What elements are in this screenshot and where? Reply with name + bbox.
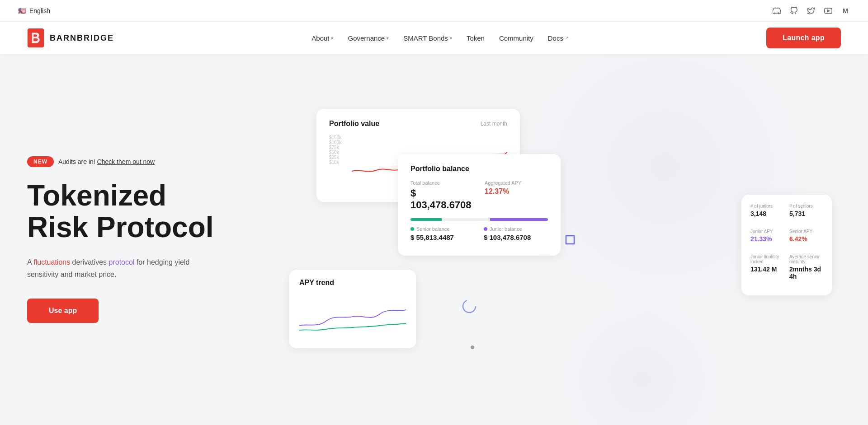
senior-progress [410,218,442,221]
y-label-75k: $75k [329,145,348,150]
svg-marker-0 [827,9,829,12]
nav-about-label: About [311,34,329,42]
junior-apy-value: 21.33% [750,235,784,243]
senior-apy-value: 6.42% [789,235,823,243]
aggregated-apy-col: Aggregated APY 12.37% [485,180,548,211]
hero-section: NEW Audits are in! Check them out now To… [0,54,868,425]
total-balance-value: $ 103,478.6708 [410,187,474,211]
junior-progress [490,218,548,221]
junior-liquidity-value: 131.42 M [750,266,784,273]
chevron-down-icon: ▾ [331,36,333,41]
hero-title-line1: Tokenized [27,179,166,212]
nav-governance[interactable]: Governance ▾ [348,34,389,42]
desc-middle: derivatives [70,258,108,266]
junior-liquidity-stat: Junior liquidity locked 131.42 M [750,254,784,280]
announcement-badge: NEW Audits are in! Check them out now [27,156,289,167]
nav-token[interactable]: Token [467,34,485,42]
num-seniors-value: 5,731 [789,210,823,217]
use-app-button[interactable]: Use app [27,299,99,323]
portfolio-balance-card: Portfolio balance Total balance $ 103,47… [398,154,561,256]
logo[interactable]: BARNBRIDGE [27,28,114,47]
junior-liquidity-label: Junior liquidity locked [750,254,784,264]
portfolio-value-period: Last month [481,121,507,127]
y-label-10k: $10k [329,160,348,165]
junior-balance-value: $ 103,478.6708 [484,234,548,241]
senior-balance-col: Senior balance $ 55,813.4487 [410,226,475,241]
apy-chart [299,294,406,339]
senior-apy-label: Senior APY [789,229,823,234]
apy-trend-title: APY trend [299,279,334,287]
aggregated-apy-value: 12.37% [485,187,548,196]
balance-totals: Total balance $ 103,478.6708 Aggregated … [410,180,548,211]
desc-prefix: A [27,258,33,266]
topbar: 🇺🇸 English M [0,0,868,22]
senior-apy-stat: Senior APY 6.42% [789,229,823,243]
nav-smart-bonds[interactable]: SMART Bonds ▾ [403,34,452,42]
y-label-150k: $150k [329,135,348,140]
navbar: BARNBRIDGE About ▾ Governance ▾ SMART Bo… [0,22,868,54]
audits-text: Audits are in! [58,158,95,165]
junior-label-text: Junior balance [490,226,522,232]
nav-smart-bonds-label: SMART Bonds [403,34,448,42]
junior-balance-label: Junior balance [484,226,548,232]
hero-title: Tokenized Risk Protocol [27,180,289,243]
senior-balance-label: Senior balance [410,226,475,232]
num-seniors-stat: # of seniors 5,731 [789,204,823,217]
senior-balance-value: $ 55,813.4487 [410,234,475,241]
language-selector[interactable]: 🇺🇸 English [18,7,50,14]
flag-icon: 🇺🇸 [18,7,26,14]
senior-dot [410,227,414,231]
portfolio-value-header: Portfolio value Last month [329,120,507,128]
hero-description: A fluctuations derivatives protocol for … [27,256,217,280]
youtube-icon[interactable] [824,6,833,15]
badge-text: Audits are in! Check them out now [58,158,155,165]
desc-highlight-fluctuations: fluctuations [33,258,70,266]
language-label: English [29,7,50,14]
y-axis-labels: $150k $100k $75k $50k $25k $10k [329,135,348,165]
nav-community[interactable]: Community [499,34,533,42]
chevron-down-icon: ▾ [387,36,389,41]
twitter-icon[interactable] [807,6,816,15]
junior-dot [484,227,487,231]
avg-senior-maturity-value: 2mnths 3d 4h [789,266,823,280]
balance-progress-bar [410,218,548,221]
num-seniors-label: # of seniors [789,204,823,209]
portfolio-balance-title: Portfolio balance [410,165,469,173]
avg-senior-maturity-label: Average senior maturity [789,254,823,264]
portfolio-value-title: Portfolio value [329,120,379,128]
junior-apy-stat: Junior APY 21.33% [750,229,784,243]
social-links: M [772,6,850,15]
stats-grid: # of juniors 3,148 # of seniors 5,731 Ju… [750,204,823,286]
y-label-25k: $25k [329,155,348,160]
total-balance-label: Total balance [410,180,474,186]
apy-trend-header: APY trend [299,279,406,287]
chevron-down-icon: ▾ [450,36,452,41]
apy-trend-card: APY trend [289,270,416,348]
junior-apy-label: Junior APY [750,229,784,234]
stats-card: # of juniors 3,148 # of seniors 5,731 Ju… [741,195,832,295]
nav-docs[interactable]: Docs ↗ [548,34,569,42]
dashboard-preview: Portfolio value Last month $150k $100k $… [289,104,841,375]
desc-highlight-protocol: protocol [109,258,135,266]
nav-community-label: Community [499,34,533,42]
discord-icon[interactable] [772,6,781,15]
junior-balance-col: Junior balance $ 103,478.6708 [484,226,548,241]
hero-title-line2: Risk Protocol [27,211,214,243]
nav-governance-label: Governance [348,34,385,42]
aggregated-apy-label: Aggregated APY [485,180,548,186]
brand-name: BARNBRIDGE [50,33,114,43]
github-icon[interactable] [789,6,798,15]
nav-links: About ▾ Governance ▾ SMART Bonds ▾ Token… [311,34,569,42]
portfolio-balance-header: Portfolio balance [410,165,548,173]
nav-token-label: Token [467,34,485,42]
nav-about[interactable]: About ▾ [311,34,333,42]
check-audits-link[interactable]: Check them out now [97,158,155,165]
nav-docs-label: Docs [548,34,563,42]
new-label: NEW [27,156,54,167]
launch-app-button[interactable]: Launch app [766,28,841,48]
num-juniors-stat: # of juniors 3,148 [750,204,784,217]
external-link-icon: ↗ [565,36,569,40]
medium-icon[interactable]: M [841,6,850,15]
senior-label-text: Senior balance [416,226,449,232]
total-balance-col: Total balance $ 103,478.6708 [410,180,474,211]
